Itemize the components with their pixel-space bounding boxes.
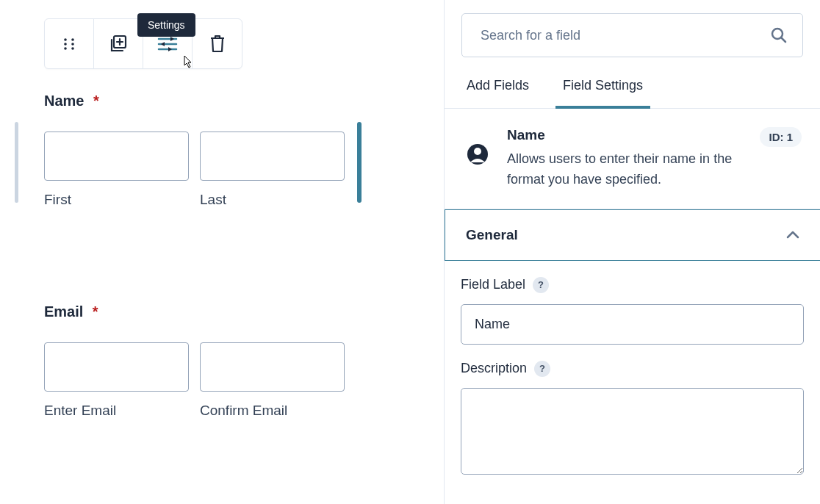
panel-tabs: Add Fields Field Settings: [445, 57, 820, 109]
field-info-header: Name Allows users to enter their name in…: [445, 109, 820, 209]
trash-icon: [209, 35, 226, 54]
search-input[interactable]: [481, 28, 770, 43]
tab-add-fields[interactable]: Add Fields: [467, 78, 529, 108]
svg-point-1: [71, 38, 74, 41]
duplicate-icon: [109, 35, 128, 54]
general-accordion-title: General: [466, 227, 518, 243]
enter-email-input[interactable]: [44, 342, 189, 392]
field-toolbar-wrap: Settings: [15, 18, 400, 69]
description-help[interactable]: ?: [534, 361, 550, 377]
first-name-sublabel: First: [44, 192, 189, 208]
confirm-email-input[interactable]: [200, 342, 345, 392]
name-field-block[interactable]: Name * First Last: [15, 93, 400, 208]
svg-point-16: [474, 148, 481, 155]
svg-marker-11: [161, 42, 165, 46]
drag-handle-button[interactable]: [45, 19, 94, 68]
form-canvas: Settings: [0, 0, 444, 504]
svg-point-0: [64, 38, 67, 41]
name-field-label: Name: [44, 93, 84, 109]
general-accordion-body: Field Label ? Description ?: [445, 261, 820, 494]
delete-button[interactable]: [193, 19, 242, 68]
first-name-input[interactable]: [44, 132, 189, 181]
required-marker: *: [93, 303, 98, 320]
confirm-email-sublabel: Confirm Email: [200, 403, 345, 419]
last-name-sublabel: Last: [200, 192, 345, 208]
field-label-input[interactable]: [461, 304, 804, 345]
drag-icon: [62, 37, 76, 51]
description-input[interactable]: [461, 388, 804, 475]
field-label-label: Field Label: [461, 277, 525, 292]
required-marker: *: [93, 93, 99, 109]
svg-point-3: [71, 43, 74, 46]
svg-line-14: [781, 37, 785, 42]
user-icon: [467, 143, 489, 165]
chevron-up-icon: [786, 231, 799, 240]
settings-panel: Add Fields Field Settings Name Allows us…: [444, 0, 820, 504]
field-id-badge: ID: 1: [760, 127, 802, 147]
svg-marker-10: [170, 37, 174, 41]
svg-point-5: [71, 47, 74, 50]
field-label-help[interactable]: ?: [533, 277, 549, 293]
email-field-block[interactable]: Email * Enter Email Confirm Email: [15, 303, 400, 419]
enter-email-sublabel: Enter Email: [44, 403, 189, 419]
description-label: Description: [461, 361, 527, 376]
field-info-description: Allows users to enter their name in the …: [507, 149, 760, 190]
field-info-title: Name: [507, 127, 760, 143]
settings-tooltip: Settings: [137, 13, 195, 37]
svg-point-2: [64, 43, 67, 46]
email-field-label: Email: [44, 303, 83, 320]
svg-point-4: [64, 47, 67, 50]
tab-field-settings[interactable]: Field Settings: [563, 78, 643, 108]
sliders-icon: [157, 36, 178, 52]
search-icon: [770, 26, 788, 44]
svg-marker-12: [168, 47, 172, 51]
field-search-box[interactable]: [461, 13, 803, 57]
last-name-input[interactable]: [200, 132, 345, 181]
general-accordion-header[interactable]: General: [445, 209, 820, 261]
duplicate-button[interactable]: [94, 19, 143, 68]
